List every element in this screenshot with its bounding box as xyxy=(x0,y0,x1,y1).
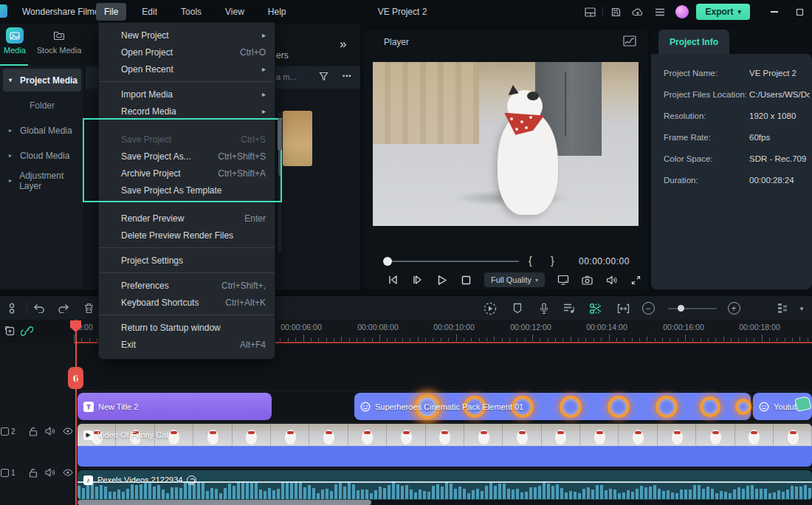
scopes-icon[interactable] xyxy=(623,35,636,47)
add-clip-icon[interactable] xyxy=(4,326,16,337)
ruler-tick xyxy=(97,338,97,341)
sidebar-item-folder[interactable]: Folder xyxy=(3,94,81,117)
render-preview-icon[interactable] xyxy=(480,296,500,320)
mute-icon[interactable] xyxy=(45,468,55,477)
menu-item-save-project-as-template[interactable]: Save Project As Template xyxy=(99,182,275,199)
user-avatar[interactable] xyxy=(675,5,689,18)
zoom-slider[interactable] xyxy=(668,308,717,309)
menu-item-render-preview[interactable]: Render PreviewEnter xyxy=(99,210,275,227)
auto-ripple-link-icon[interactable] xyxy=(21,326,33,337)
audio-mixer-icon[interactable] xyxy=(559,296,579,320)
clip-title[interactable]: T New Title 2 xyxy=(78,393,272,420)
ruler-tick xyxy=(808,338,808,341)
menu-item-project-settings[interactable]: Project Settings xyxy=(99,252,275,269)
menu-item-save-project-as[interactable]: Save Project As...Ctrl+Shift+S xyxy=(99,148,275,165)
clip-effect-superheroes[interactable]: Superheroes Cinematic Pack Element 01 xyxy=(354,393,751,420)
play-button[interactable] xyxy=(430,275,454,286)
menu-item-keyboard-shortcuts[interactable]: Keyboard ShortcutsCtrl+Alt+K xyxy=(99,294,275,311)
next-frame-button[interactable] xyxy=(405,275,430,285)
split-icon[interactable] xyxy=(585,296,606,320)
track-manager-icon[interactable] xyxy=(772,296,793,320)
menu-item-delete-preview-render-files[interactable]: Delete Preview Render Files xyxy=(99,227,275,244)
marker-icon[interactable] xyxy=(507,296,528,320)
sidebar-item-project-media[interactable]: ▾ Project Media xyxy=(3,69,81,92)
mark-in-button[interactable]: { xyxy=(529,255,532,267)
undo-icon[interactable] xyxy=(28,296,49,320)
quality-dropdown[interactable]: Full Quality ▾ xyxy=(484,272,545,287)
tab-stock-media[interactable]: Stock Media xyxy=(35,27,83,55)
stop-button[interactable] xyxy=(454,275,478,285)
menu-help[interactable]: Help xyxy=(260,3,295,21)
voiceover-mic-icon[interactable] xyxy=(534,296,554,320)
previous-frame-button[interactable] xyxy=(381,275,405,285)
visibility-eye-icon[interactable] xyxy=(63,469,73,476)
sidebar-item-cloud-media[interactable]: ▸ Cloud Media xyxy=(3,144,81,167)
more-options-icon[interactable]: ••• xyxy=(343,72,351,80)
snap-icon[interactable] xyxy=(1,296,22,320)
scrubber-track[interactable] xyxy=(388,261,519,262)
menu-item-preferences[interactable]: PreferencesCtrl+Shift+, xyxy=(99,277,275,294)
minimize-button[interactable] xyxy=(762,2,787,21)
mute-icon[interactable] xyxy=(45,427,55,436)
menu-item-open-recent[interactable]: Open Recent▸ xyxy=(99,61,275,78)
waveform-bar xyxy=(303,487,306,499)
lock-icon[interactable] xyxy=(29,468,38,478)
lock-icon[interactable] xyxy=(29,427,38,436)
menu-item-open-project[interactable]: Open ProjectCtrl+O xyxy=(99,44,275,61)
fullscreen-button[interactable] xyxy=(624,275,648,285)
cloud-upload-icon[interactable] xyxy=(627,4,649,20)
menu-separator xyxy=(99,81,275,82)
menu-file[interactable]: File xyxy=(96,3,126,21)
zoom-out-icon[interactable]: − xyxy=(638,296,658,320)
clip-video-funny-cat[interactable]: ▶ Video Of Funny Cat xyxy=(78,424,812,467)
sidebar-item-global-media[interactable]: ▸ Global Media xyxy=(3,119,81,142)
zoom-slider-handle[interactable] xyxy=(678,305,684,312)
mark-out-button[interactable]: } xyxy=(551,255,554,267)
scrubber-handle[interactable] xyxy=(383,257,392,266)
display-device-button[interactable] xyxy=(551,275,575,285)
menu-view[interactable]: View xyxy=(217,3,252,21)
export-button[interactable]: Export ▾ xyxy=(696,4,750,20)
delete-icon[interactable] xyxy=(78,296,99,320)
collapse-panel-icon[interactable]: » xyxy=(340,37,346,52)
waveform-bar xyxy=(529,487,532,499)
menu-edit[interactable]: Edit xyxy=(134,3,165,21)
redo-icon[interactable] xyxy=(53,296,74,320)
media-thumbnail[interactable] xyxy=(283,111,312,166)
ruler-tick xyxy=(410,338,410,341)
track-manager-caret-icon[interactable]: ▾ xyxy=(791,296,812,320)
waveform-bar xyxy=(671,492,674,499)
ruler-tick xyxy=(731,338,732,341)
clip-audio-pexels[interactable]: ♪ Pexels Videos 2122934 xyxy=(78,470,812,500)
menu-item-new-project[interactable]: New Project▸ xyxy=(99,27,275,44)
menu-tools[interactable]: Tools xyxy=(173,3,210,21)
volume-button[interactable] xyxy=(599,275,624,285)
sidebar-item-adjustment-layer[interactable]: ▸ Adjustment Layer xyxy=(3,169,81,192)
filter-icon[interactable] xyxy=(319,72,328,81)
timeline-horizontal-scrollbar[interactable] xyxy=(78,500,371,505)
save-icon[interactable] xyxy=(605,4,627,20)
visibility-eye-icon[interactable] xyxy=(63,427,73,435)
clip-effect-youtube[interactable]: Youtube xyxy=(753,393,812,420)
menu-item-record-media[interactable]: Record Media▸ xyxy=(99,103,275,120)
waveform-bar xyxy=(374,490,377,499)
hamburger-menu-icon[interactable] xyxy=(649,4,671,20)
menu-item-import-media[interactable]: Import Media▸ xyxy=(99,86,275,103)
snapshot-button[interactable] xyxy=(575,275,599,285)
menu-item-archive-project[interactable]: Archive ProjectCtrl+Shift+A xyxy=(99,165,275,182)
zoom-in-icon[interactable]: + xyxy=(723,296,744,320)
info-label: Project Files Location: xyxy=(664,90,746,99)
scrollbar-thumb[interactable] xyxy=(278,118,282,151)
tab-project-info[interactable]: Project Info xyxy=(658,30,729,54)
layout-icon[interactable] xyxy=(579,4,601,20)
crop-icon[interactable] xyxy=(613,296,633,320)
titlebar-actions: Export ▾ xyxy=(579,0,812,24)
player-panel: Player { } 00:00:00:00 xyxy=(363,30,648,289)
waveform-bar xyxy=(312,488,315,499)
video-preview[interactable] xyxy=(373,62,639,226)
maximize-button[interactable] xyxy=(787,2,812,21)
menu-item-exit[interactable]: ExitAlt+F4 xyxy=(99,336,275,353)
tab-media[interactable]: Media xyxy=(0,27,30,55)
menu-item-return-to-startup-window[interactable]: Return to Startup window xyxy=(99,319,275,336)
playhead-line[interactable] xyxy=(75,320,77,505)
